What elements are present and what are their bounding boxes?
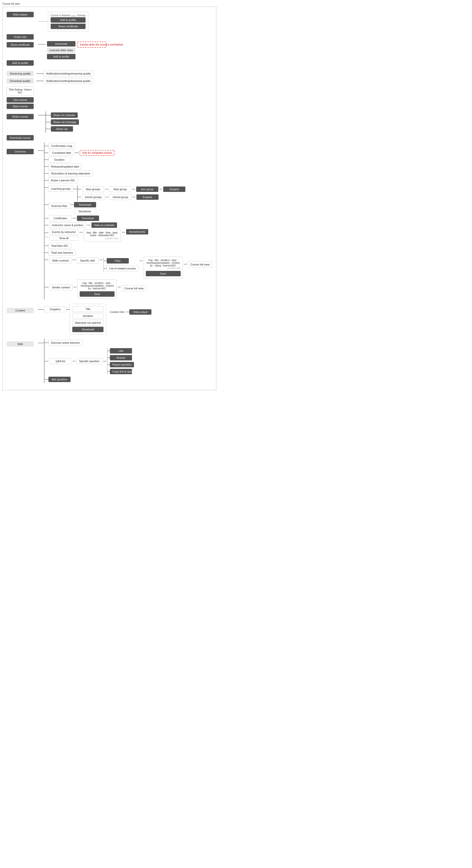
share-message-btn[interactable]: Share via message	[51, 119, 79, 125]
video-player-branch-box: Course is finished Overlay Add to profil…	[48, 12, 88, 31]
filter-btn[interactable]: Filter	[107, 258, 129, 264]
skills-content-card: Img - title - duration - type - new/popu…	[143, 257, 183, 279]
download-quality-node: Download quality	[7, 78, 34, 84]
streaming-quality-node: Streaming quality	[7, 71, 34, 76]
video-player-link-btn[interactable]: Video player	[129, 309, 151, 315]
description-objectives-node: Description & learning objectives	[48, 170, 93, 177]
page-title: Course full view	[2, 2, 470, 5]
total-likes-node: Total likes NO.	[48, 243, 71, 249]
share-course-node: Share course	[7, 114, 34, 119]
video-player-node: Video player	[7, 12, 34, 17]
specific-skill-node: Specific skill	[76, 257, 99, 264]
qa-list-node: Q&A list	[49, 358, 71, 364]
answer-btn[interactable]: Answer	[110, 355, 132, 361]
download-course-node: Download course	[7, 135, 34, 141]
like-course-node: Like course	[7, 97, 34, 102]
copy-link-btn[interactable]: Copy link to question	[110, 369, 132, 374]
disclaimer-node: Disclaimer	[74, 208, 96, 214]
save-similar-btn[interactable]: Save	[80, 291, 114, 297]
inactive-note: Inactive when the course is not finished	[77, 41, 106, 48]
report-question-btn[interactable]: Report question	[110, 362, 134, 367]
chapters-node: Chapters	[44, 306, 66, 312]
course-full-view-container: Video player Course is finished Overlay	[2, 7, 216, 390]
overview-node: Overview	[7, 149, 34, 154]
joined-group-node: Joined group	[109, 194, 132, 200]
similar-content-card: Img - title - duration - type - new/popu…	[77, 279, 117, 299]
save-course-node: Save course	[7, 103, 34, 109]
expand-btn2[interactable]: Expand	[136, 194, 159, 200]
course-full-view-2: Course full view	[122, 285, 146, 291]
view-on-linkedin-btn[interactable]: View on LinkedIn	[92, 222, 117, 228]
skills-covered-node: Skills covered	[49, 257, 71, 264]
chapter-title-node: Title	[72, 306, 103, 312]
home-events-btn[interactable]: Home/Events	[126, 229, 148, 235]
active-learners-node: Active Learners NO.	[48, 177, 78, 183]
title-rating-node: Title Rating- Voters NO.	[7, 86, 34, 96]
certificates-node: Certificates	[49, 215, 71, 221]
completed-date-node: Completed date	[49, 150, 74, 156]
specific-question-node: Specific question	[76, 358, 102, 364]
download-quality-link[interactable]: Notifications/setting/download quality	[43, 78, 93, 84]
join-group-btn[interactable]: Join group	[136, 186, 158, 192]
joined-groups-node: Joined groups	[82, 194, 104, 200]
add-to-profile-left-node: Add to profile	[7, 60, 34, 66]
completed-courses-note: Only for completed courses	[80, 150, 114, 156]
new-group-node: New group	[109, 186, 131, 192]
download-exercise-btn[interactable]: Download	[74, 202, 96, 208]
similar-content-node: Similar content	[49, 284, 73, 290]
course-is-finished-label: Course is finished	[50, 14, 70, 17]
total-new-learners-node: Total new learners	[48, 250, 76, 256]
released-updated-date-node: Released/updated date	[48, 164, 82, 169]
audio-only-node: Audio only	[7, 34, 34, 40]
add-to-profile-btn2[interactable]: Add to profile	[47, 54, 75, 59]
show-all-node[interactable]: Show all	[49, 236, 79, 241]
ask-question-btn[interactable]: Ask question	[48, 377, 71, 382]
download-cert-btn[interactable]: Download	[77, 216, 99, 221]
like-btn[interactable]: Like	[110, 348, 132, 353]
learned-skills-chips-btn[interactable]: Learned skills chips	[47, 48, 75, 53]
overlay-label: Overlay	[77, 14, 85, 17]
list-related-courses-node: List of related courses	[107, 266, 139, 271]
content-node: Content	[7, 308, 34, 313]
streaming-quality-link[interactable]: Notifications/setting/streaming quality	[43, 71, 94, 76]
save-skills-btn[interactable]: Save	[146, 271, 181, 276]
share-linkedin-btn[interactable]: Share on LinkedIn	[51, 113, 78, 118]
course-full-view-1: Course full view	[188, 261, 212, 268]
chapters-detail-box: Title Duration Watched/ not watchet Down…	[70, 304, 106, 334]
expand-btn[interactable]: Expand	[163, 186, 186, 192]
event-card-box: Img - title - date - time - type: event …	[84, 229, 121, 242]
share-certificate-btn[interactable]: Share certificate	[50, 24, 86, 29]
chapter-watched-node: Watched/ not watchet	[72, 320, 103, 326]
duration-node: Duration	[48, 157, 71, 163]
show-certificate-node: Show certificate	[7, 42, 34, 48]
chapter-download-btn[interactable]: Download	[72, 327, 103, 332]
chapter-duration-node: Duration	[72, 313, 103, 319]
learning-groups-node: Learning groups	[48, 186, 73, 192]
instructor-node: Instructor name & position	[49, 222, 86, 228]
content-info-label: Content Info	[108, 310, 126, 314]
discover-active-learners-node: Discover active learners	[48, 340, 82, 346]
exercise-files-node: Exercise files	[48, 203, 71, 209]
new-groups-node: New groups	[82, 186, 104, 192]
qa-node: Q&A	[7, 341, 34, 347]
add-to-profile-btn[interactable]: Add to profile	[50, 17, 86, 23]
download-btn[interactable]: Download	[47, 41, 75, 46]
events-by-instructor-node: Events by instructor	[49, 229, 79, 235]
confirmation-msg-node: Confirmation msg	[48, 143, 75, 149]
share-via-btn[interactable]: Share via	[51, 126, 73, 132]
